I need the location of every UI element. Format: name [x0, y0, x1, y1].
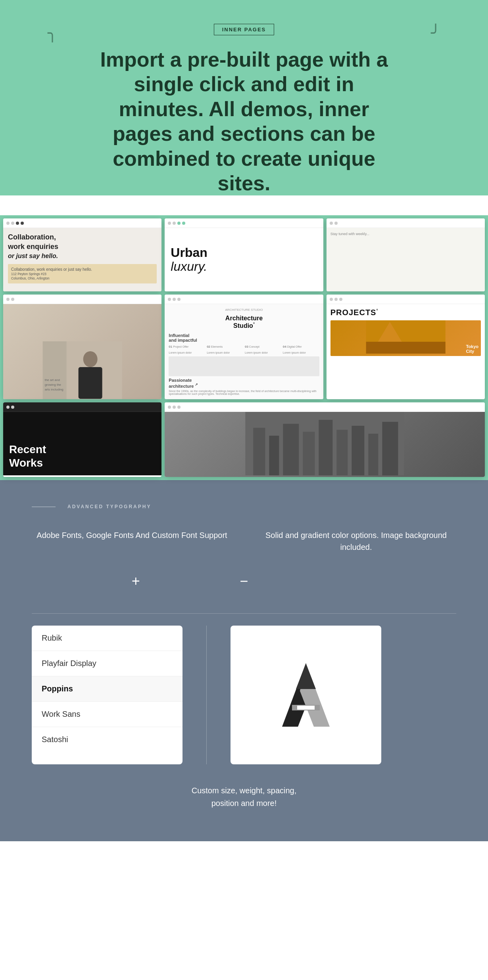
svg-rect-17 [352, 426, 365, 475]
arch-columns: 01 Project OfferLorem ipsum dolor 02 Ele… [169, 345, 319, 354]
inner-pages-badge: INNER PAGES [214, 24, 275, 35]
dot1 [330, 298, 333, 301]
recent-card-body: RecentWorks [3, 412, 161, 475]
dot2 [334, 298, 338, 301]
dot1 [168, 406, 171, 409]
browser-bar-projects [327, 295, 485, 304]
hero-title: Import a pre-built page with a single cl… [89, 47, 399, 195]
contact-card-body: Collaboration,work enquiriesor just say … [3, 228, 161, 291]
arch-col1: 01 Project OfferLorem ipsum dolor [169, 345, 205, 354]
svg-text:growing the: growing the [45, 383, 61, 387]
dot1 [168, 298, 171, 301]
bottom-section: ADVANCED TYPOGRAPHY Adobe Fonts, Google … [0, 480, 488, 841]
dot1 [330, 222, 333, 225]
dot3 [177, 298, 181, 301]
font-item-poppins[interactable]: Poppins [32, 676, 183, 702]
screenshot-urban: Urbanluxury. [165, 218, 323, 291]
browser-bar-arch [165, 295, 323, 304]
projects-card-body: PROJECTS° TokyoCity [327, 304, 485, 368]
font-name-worksans: Work Sans [42, 710, 80, 718]
arch-influential: Influentialand impactful [169, 333, 319, 343]
arch-studio-label: ARCHITECTURE STUDIO [169, 308, 319, 312]
plus-area: + [32, 573, 240, 601]
svg-rect-11 [254, 428, 265, 475]
urban-card-body: Urbanluxury. [165, 228, 323, 291]
screenshot-recent-works: RecentWorks [3, 402, 161, 477]
typography-features: Adobe Fonts, Google Fonts And Custom Fon… [32, 529, 456, 553]
projects-title: PROJECTS° [330, 308, 481, 317]
arch-building-img [169, 356, 319, 376]
dot2 [334, 222, 338, 225]
arch-col2: 02 ElementsLorem ipsum dolor [207, 345, 243, 354]
arch-col3: 03 ConceptLorem ipsum dolor [245, 345, 281, 354]
arch-card-body: ARCHITECTURE STUDIO ArchitectureStudio° … [165, 304, 323, 399]
dot4 [182, 222, 185, 225]
svg-rect-15 [319, 420, 333, 475]
curl-right-decoration: ╯ [431, 24, 440, 42]
person-silhouette-icon: the art and growing the arts including [7, 341, 158, 399]
label-text: ADVANCED TYPOGRAPHY [67, 504, 151, 509]
curl-left-decoration: ╮ [48, 24, 57, 42]
font-name-poppins: Poppins [42, 684, 73, 693]
screenshot-consult: the art and growing the arts including [3, 295, 161, 399]
dot2 [173, 298, 176, 301]
dot3 [177, 222, 181, 225]
arch-description: Since the 1990s, as the complexity of bu… [169, 390, 319, 395]
aerial-city-icon [165, 412, 485, 475]
browser-bar-consult [3, 295, 161, 304]
projects-building-img: TokyoCity [330, 320, 481, 356]
dot3 [177, 406, 181, 409]
screenshots-section: Collaboration,work enquiriesor just say … [0, 215, 488, 480]
partial-text: Stay tuned with weekly... [330, 232, 481, 236]
font-item-worksans[interactable]: Work Sans [32, 702, 183, 727]
svg-marker-22 [296, 663, 316, 689]
screenshot-architecture: ARCHITECTURE STUDIO ArchitectureStudio° … [165, 295, 323, 399]
browser-bar-recent [3, 402, 161, 412]
browser-bar-aerial [165, 402, 485, 412]
arch-title: ArchitectureStudio° [169, 315, 319, 329]
city-label: TokyoCity [466, 344, 478, 354]
contact-title: Collaboration,work enquiriesor just say … [8, 233, 157, 260]
minus-symbol[interactable]: − [240, 573, 248, 590]
dot1 [168, 222, 171, 225]
cards-row: Rubik Playfair Display Poppins Work Sans… [32, 626, 456, 764]
minus-area: − [240, 573, 248, 601]
browser-bar-contact [3, 218, 161, 228]
font-item-rubik[interactable]: Rubik [32, 626, 183, 651]
svg-rect-19 [382, 422, 398, 475]
dot3 [339, 298, 342, 301]
svg-rect-2 [79, 367, 102, 399]
letter-a-preview-icon [274, 659, 338, 731]
dot2 [173, 406, 176, 409]
building-icon [333, 320, 478, 354]
screenshots-grid: Collaboration,work enquiriesor just say … [0, 215, 488, 480]
dot1 [6, 298, 10, 301]
arch-passionate: Passionatearchitecture ↗ [169, 378, 319, 389]
svg-rect-13 [283, 424, 299, 475]
font-item-satoshi[interactable]: Satoshi [32, 727, 183, 752]
consult-body: the art and growing the arts including [3, 304, 161, 399]
feature-left: Adobe Fonts, Google Fonts And Custom Fon… [32, 529, 232, 553]
dot2 [11, 222, 14, 225]
screenshot-projects: PROJECTS° TokyoCity [327, 295, 485, 399]
dot4 [21, 222, 24, 225]
svg-rect-12 [269, 436, 279, 475]
controls-row: + − [32, 573, 456, 601]
font-name-rubik: Rubik [42, 634, 62, 642]
horizontal-divider [32, 613, 456, 614]
dot1 [6, 222, 10, 225]
svg-rect-24 [297, 706, 315, 710]
browser-bar-partial [327, 218, 485, 228]
urban-text: Urbanluxury. [165, 240, 213, 279]
svg-rect-16 [337, 430, 348, 475]
svg-rect-14 [303, 432, 315, 475]
dot3 [16, 222, 19, 225]
font-item-playfair[interactable]: Playfair Display [32, 651, 183, 676]
svg-point-1 [83, 351, 98, 367]
font-name-satoshi: Satoshi [42, 735, 68, 744]
advanced-typography-label: ADVANCED TYPOGRAPHY [32, 504, 456, 509]
svg-text:arts including: arts including [45, 388, 63, 391]
svg-rect-18 [369, 434, 378, 475]
plus-symbol[interactable]: + [132, 573, 140, 590]
dot1 [6, 406, 10, 409]
